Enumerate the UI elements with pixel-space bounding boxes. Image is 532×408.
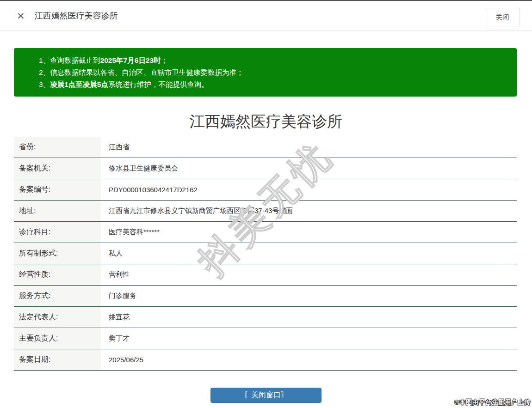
institution-title: 江西嫣然医疗美容诊所 bbox=[0, 111, 532, 132]
table-row: 省份: 江西省 bbox=[14, 137, 517, 158]
row-value: PDY00001036042417D2162 bbox=[101, 179, 198, 200]
notice-line: 3、凌晨1点至凌晨5点系统进行维护，不能提供查询。 bbox=[39, 79, 507, 91]
detail-table: 省份: 江西省 备案机关: 修水县卫生健康委员会 备案编号: PDY000010… bbox=[14, 137, 517, 371]
notice-text: 3、 bbox=[39, 80, 50, 88]
row-label: 法定代表人: bbox=[14, 307, 101, 328]
table-row: 诊疗科目: 医疗美容科****** bbox=[14, 222, 517, 243]
table-row: 主要负责人: 樊丁才 bbox=[14, 328, 517, 349]
row-value: 2025/06/25 bbox=[101, 349, 143, 370]
notice-bold-text: 凌晨1点至凌晨5点 bbox=[50, 80, 108, 88]
row-value: 营利性 bbox=[101, 264, 130, 285]
row-label: 省份: bbox=[14, 137, 101, 158]
row-label: 备案编号: bbox=[14, 179, 101, 200]
row-value: 医疗美容科****** bbox=[101, 222, 160, 243]
row-value: 私人 bbox=[101, 243, 123, 264]
window-header: ✕ 江西嫣然医疗美容诊所 关闭 bbox=[0, 1, 532, 31]
close-window-button[interactable]: 〖关闭窗口〗 bbox=[210, 388, 322, 403]
notice-bold-text: 2025年7月6日23时 bbox=[100, 56, 161, 64]
row-label: 诊疗科目: bbox=[14, 222, 101, 243]
row-value: 修水县卫生健康委员会 bbox=[101, 158, 178, 179]
row-label: 备案机关: bbox=[14, 158, 101, 179]
copyright-stamp: ©本图由平台注册用户上传 bbox=[455, 398, 531, 407]
row-label: 主要负责人: bbox=[14, 328, 101, 349]
row-label: 地址: bbox=[14, 201, 101, 221]
notice-text: 2、信息数据结果以各省、自治区、直辖市卫生健康委数据为准； bbox=[39, 68, 244, 76]
table-row: 所有制形式: 私人 bbox=[14, 243, 517, 264]
row-label: 所有制形式: bbox=[14, 243, 101, 264]
row-label: 服务方式: bbox=[14, 286, 101, 306]
row-value: 樊丁才 bbox=[101, 328, 130, 349]
table-row: 经营性质: 营利性 bbox=[14, 264, 517, 286]
row-label: 备案日期: bbox=[14, 349, 101, 370]
notice-line: 2、信息数据结果以各省、自治区、直辖市卫生健康委数据为准； bbox=[39, 67, 507, 79]
table-row: 备案编号: PDY00001036042417D2162 bbox=[14, 179, 517, 201]
row-value: 门诊服务 bbox=[101, 286, 136, 306]
row-value: 江西省九江市修水县义宁镇新商贸广场西区二层37-43号铺面 bbox=[101, 201, 293, 221]
notice-text-after: ； bbox=[161, 56, 168, 64]
table-row: 服务方式: 门诊服务 bbox=[14, 286, 517, 307]
notice-list: 1、查询数据截止到2025年7月6日23时； 2、信息数据结果以各省、自治区、直… bbox=[39, 55, 507, 91]
notice-text-after: 系统进行维护，不能提供查询。 bbox=[108, 80, 209, 88]
row-value: 姚宜花 bbox=[101, 307, 130, 328]
notice-banner: 1、查询数据截止到2025年7月6日23时； 2、信息数据结果以各省、自治区、直… bbox=[14, 48, 517, 97]
table-row: 备案机关: 修水县卫生健康委员会 bbox=[14, 158, 517, 179]
row-value: 江西省 bbox=[101, 137, 130, 158]
notice-text: 1、查询数据截止到 bbox=[39, 56, 100, 64]
table-row: 法定代表人: 姚宜花 bbox=[14, 307, 517, 328]
close-x-icon[interactable]: ✕ bbox=[17, 11, 25, 21]
notice-line: 1、查询数据截止到2025年7月6日23时； bbox=[39, 55, 507, 67]
close-button[interactable]: 关闭 bbox=[485, 8, 520, 26]
record-detail-window: ✕ 江西嫣然医疗美容诊所 关闭 1、查询数据截止到2025年7月6日23时； 2… bbox=[0, 0, 532, 408]
row-label: 经营性质: bbox=[14, 264, 101, 285]
window-title: 江西嫣然医疗美容诊所 bbox=[35, 10, 118, 21]
table-row: 地址: 江西省九江市修水县义宁镇新商贸广场西区二层37-43号铺面 bbox=[14, 201, 517, 222]
table-row: 备案日期: 2025/06/25 bbox=[14, 349, 517, 371]
